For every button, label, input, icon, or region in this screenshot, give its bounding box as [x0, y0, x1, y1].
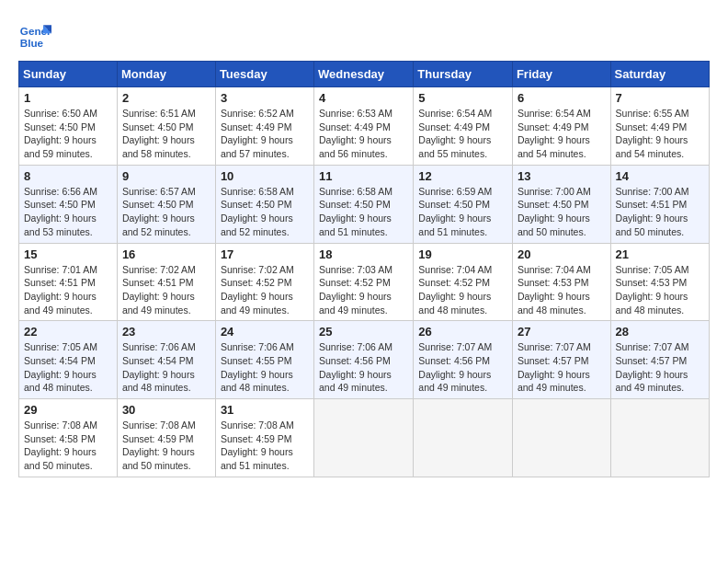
day-info: Sunrise: 6:55 AMSunset: 4:49 PMDaylight:…	[616, 107, 704, 161]
logo-icon: General Blue	[18, 18, 51, 52]
calendar-cell: 15 Sunrise: 7:01 AMSunset: 4:51 PMDaylig…	[19, 243, 118, 321]
day-number: 30	[122, 403, 210, 417]
calendar-cell: 20 Sunrise: 7:04 AMSunset: 4:53 PMDaylig…	[512, 243, 610, 321]
day-number: 2	[122, 91, 210, 105]
calendar-cell: 8 Sunrise: 6:56 AMSunset: 4:50 PMDayligh…	[19, 165, 118, 243]
day-info: Sunrise: 6:56 AMSunset: 4:50 PMDaylight:…	[24, 185, 112, 239]
day-number: 8	[24, 169, 112, 183]
day-number: 10	[221, 169, 309, 183]
day-number: 14	[616, 169, 704, 183]
day-number: 1	[24, 91, 112, 105]
calendar-cell: 11 Sunrise: 6:58 AMSunset: 4:50 PMDaylig…	[314, 165, 414, 243]
day-number: 25	[319, 325, 408, 339]
calendar-cell	[512, 399, 610, 477]
day-info: Sunrise: 6:54 AMSunset: 4:49 PMDaylight:…	[418, 107, 507, 161]
day-info: Sunrise: 6:59 AMSunset: 4:50 PMDaylight:…	[418, 185, 507, 239]
day-number: 23	[122, 325, 210, 339]
day-info: Sunrise: 7:08 AMSunset: 4:58 PMDaylight:…	[24, 419, 112, 473]
day-number: 21	[616, 247, 704, 261]
day-number: 29	[24, 403, 112, 417]
day-info: Sunrise: 7:08 AMSunset: 4:59 PMDaylight:…	[122, 419, 210, 473]
calendar-cell: 19 Sunrise: 7:04 AMSunset: 4:52 PMDaylig…	[414, 243, 513, 321]
calendar-cell: 9 Sunrise: 6:57 AMSunset: 4:50 PMDayligh…	[117, 165, 215, 243]
week-row-3: 15 Sunrise: 7:01 AMSunset: 4:51 PMDaylig…	[19, 243, 710, 321]
day-info: Sunrise: 7:04 AMSunset: 4:53 PMDaylight:…	[518, 263, 606, 317]
logo: General Blue	[18, 18, 51, 52]
calendar-cell: 18 Sunrise: 7:03 AMSunset: 4:52 PMDaylig…	[314, 243, 414, 321]
day-info: Sunrise: 6:51 AMSunset: 4:50 PMDaylight:…	[122, 107, 210, 161]
week-row-2: 8 Sunrise: 6:56 AMSunset: 4:50 PMDayligh…	[19, 165, 710, 243]
day-number: 22	[24, 325, 112, 339]
calendar-cell	[414, 399, 513, 477]
calendar-cell: 4 Sunrise: 6:53 AMSunset: 4:49 PMDayligh…	[314, 87, 414, 166]
calendar-cell: 25 Sunrise: 7:06 AMSunset: 4:56 PMDaylig…	[314, 321, 414, 399]
day-info: Sunrise: 6:58 AMSunset: 4:50 PMDaylight:…	[319, 185, 408, 239]
calendar-cell	[610, 399, 709, 477]
day-number: 26	[418, 325, 507, 339]
day-number: 15	[24, 247, 112, 261]
calendar-cell: 13 Sunrise: 7:00 AMSunset: 4:50 PMDaylig…	[512, 165, 610, 243]
header: General Blue	[18, 18, 710, 52]
day-number: 16	[122, 247, 210, 261]
day-info: Sunrise: 6:54 AMSunset: 4:49 PMDaylight:…	[518, 107, 606, 161]
day-info: Sunrise: 6:53 AMSunset: 4:49 PMDaylight:…	[319, 107, 408, 161]
header-day-monday: Monday	[117, 62, 215, 87]
day-info: Sunrise: 6:52 AMSunset: 4:49 PMDaylight:…	[221, 107, 309, 161]
day-info: Sunrise: 7:06 AMSunset: 4:55 PMDaylight:…	[221, 340, 309, 395]
day-info: Sunrise: 7:07 AMSunset: 4:57 PMDaylight:…	[518, 340, 606, 395]
calendar-table: SundayMondayTuesdayWednesdayThursdayFrid…	[18, 61, 710, 477]
day-number: 7	[616, 91, 704, 105]
day-info: Sunrise: 7:00 AMSunset: 4:50 PMDaylight:…	[518, 185, 606, 239]
header-row: SundayMondayTuesdayWednesdayThursdayFrid…	[19, 62, 710, 87]
day-info: Sunrise: 7:02 AMSunset: 4:51 PMDaylight:…	[122, 263, 210, 317]
calendar-cell: 10 Sunrise: 6:58 AMSunset: 4:50 PMDaylig…	[215, 165, 313, 243]
calendar-cell: 17 Sunrise: 7:02 AMSunset: 4:52 PMDaylig…	[215, 243, 313, 321]
calendar-cell: 21 Sunrise: 7:05 AMSunset: 4:53 PMDaylig…	[610, 243, 709, 321]
day-number: 13	[518, 169, 606, 183]
day-info: Sunrise: 7:01 AMSunset: 4:51 PMDaylight:…	[24, 263, 112, 317]
calendar-cell: 23 Sunrise: 7:06 AMSunset: 4:54 PMDaylig…	[117, 321, 215, 399]
day-number: 11	[319, 169, 408, 183]
day-number: 31	[221, 403, 309, 417]
header-day-friday: Friday	[512, 62, 610, 87]
day-number: 6	[518, 91, 606, 105]
calendar-cell: 12 Sunrise: 6:59 AMSunset: 4:50 PMDaylig…	[414, 165, 513, 243]
day-info: Sunrise: 7:04 AMSunset: 4:52 PMDaylight:…	[418, 263, 507, 317]
calendar-cell: 3 Sunrise: 6:52 AMSunset: 4:49 PMDayligh…	[215, 87, 313, 166]
week-row-5: 29 Sunrise: 7:08 AMSunset: 4:58 PMDaylig…	[19, 399, 710, 477]
day-number: 18	[319, 247, 408, 261]
day-number: 12	[418, 169, 507, 183]
day-info: Sunrise: 7:06 AMSunset: 4:54 PMDaylight:…	[122, 340, 210, 395]
day-number: 24	[221, 325, 309, 339]
calendar-cell: 16 Sunrise: 7:02 AMSunset: 4:51 PMDaylig…	[117, 243, 215, 321]
day-number: 19	[418, 247, 507, 261]
calendar-cell: 7 Sunrise: 6:55 AMSunset: 4:49 PMDayligh…	[610, 87, 709, 166]
day-number: 9	[122, 169, 210, 183]
day-number: 20	[518, 247, 606, 261]
week-row-1: 1 Sunrise: 6:50 AMSunset: 4:50 PMDayligh…	[19, 87, 710, 166]
header-day-thursday: Thursday	[414, 62, 513, 87]
day-number: 27	[518, 325, 606, 339]
day-number: 3	[221, 91, 309, 105]
calendar-cell: 27 Sunrise: 7:07 AMSunset: 4:57 PMDaylig…	[512, 321, 610, 399]
calendar-cell: 24 Sunrise: 7:06 AMSunset: 4:55 PMDaylig…	[215, 321, 313, 399]
day-number: 28	[616, 325, 704, 339]
day-info: Sunrise: 7:00 AMSunset: 4:51 PMDaylight:…	[616, 185, 704, 239]
header-day-saturday: Saturday	[610, 62, 709, 87]
day-info: Sunrise: 6:50 AMSunset: 4:50 PMDaylight:…	[24, 107, 112, 161]
svg-text:Blue: Blue	[20, 37, 44, 49]
header-day-sunday: Sunday	[19, 62, 118, 87]
calendar-cell	[314, 399, 414, 477]
day-info: Sunrise: 6:58 AMSunset: 4:50 PMDaylight:…	[221, 185, 309, 239]
calendar-cell: 2 Sunrise: 6:51 AMSunset: 4:50 PMDayligh…	[117, 87, 215, 166]
day-number: 5	[418, 91, 507, 105]
header-day-tuesday: Tuesday	[215, 62, 313, 87]
day-info: Sunrise: 6:57 AMSunset: 4:50 PMDaylight:…	[122, 185, 210, 239]
calendar-cell: 6 Sunrise: 6:54 AMSunset: 4:49 PMDayligh…	[512, 87, 610, 166]
calendar-cell: 5 Sunrise: 6:54 AMSunset: 4:49 PMDayligh…	[414, 87, 513, 166]
calendar-cell: 30 Sunrise: 7:08 AMSunset: 4:59 PMDaylig…	[117, 399, 215, 477]
day-info: Sunrise: 7:06 AMSunset: 4:56 PMDaylight:…	[319, 340, 408, 395]
day-info: Sunrise: 7:08 AMSunset: 4:59 PMDaylight:…	[221, 419, 309, 473]
calendar-cell: 1 Sunrise: 6:50 AMSunset: 4:50 PMDayligh…	[19, 87, 118, 166]
header-day-wednesday: Wednesday	[314, 62, 414, 87]
